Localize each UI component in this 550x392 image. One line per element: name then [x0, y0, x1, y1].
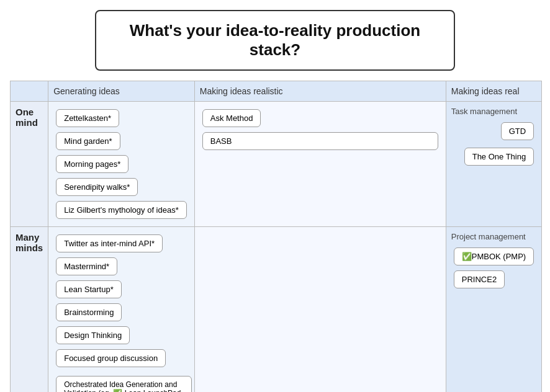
chip-mind-garden: Mind garden*	[56, 132, 120, 150]
chip-serendipity: Serendipity walks*	[56, 178, 138, 196]
chip-ask-method: Ask Method	[202, 109, 261, 127]
cell-one-mind-making: Ask Method BASB	[194, 102, 446, 227]
chip-orchestrated: Orchestrated Idea Generation and Validat…	[56, 376, 192, 392]
cell-many-minds-making: Agile	[194, 227, 446, 393]
chip-twitter: Twitter as inter-mind API*	[56, 234, 163, 252]
col-header-generating: Generating ideas	[48, 81, 195, 102]
cell-many-minds-generating: Twitter as inter-mind API* Mastermind* L…	[48, 227, 195, 393]
chip-gtd: GTD	[501, 122, 534, 140]
col-header-empty	[11, 81, 48, 102]
page-title: What's your idea-to-reality production s…	[111, 21, 439, 60]
chip-brainstorming: Brainstorming	[56, 303, 122, 321]
chip-zettelkasten: Zettelkasten*	[56, 109, 119, 127]
row-many-minds: Many minds Twitter as inter-mind API* Ma…	[11, 227, 542, 393]
task-management-label: Task management	[451, 107, 536, 116]
chip-design-thinking: Design Thinking	[56, 326, 130, 344]
project-management-label: Project management	[451, 232, 536, 241]
cell-one-mind-generating: Zettelkasten* Mind garden* Morning pages…	[48, 102, 195, 227]
chip-morning-pages: Morning pages*	[56, 155, 128, 173]
chip-the-one-thing: The One Thing	[464, 148, 534, 166]
cell-one-mind-real: Task management GTD The One Thing	[446, 102, 541, 227]
col-header-making-realistic: Making ideas realistic	[194, 81, 446, 102]
chip-prince2: PRINCE2	[454, 270, 505, 288]
chip-basb: BASB	[202, 132, 438, 150]
title-box: What's your idea-to-reality production s…	[10, 10, 540, 71]
chip-lean-startup: Lean Startup*	[56, 280, 122, 298]
cell-many-minds-real: Project management ✅PMBOK (PMP) PRINCE2	[446, 227, 541, 393]
main-table: Generating ideas Making ideas realistic …	[10, 81, 542, 392]
chip-mastermind: Mastermind*	[56, 257, 117, 275]
row-label-one-mind: One mind	[11, 102, 48, 227]
col-header-making-real: Making ideas real	[446, 81, 541, 102]
row-label-many-minds: Many minds	[11, 227, 48, 393]
chip-focused-group: Focused group discussion	[56, 349, 166, 367]
row-one-mind: One mind Zettelkasten* Mind garden* Morn…	[11, 102, 542, 227]
chip-pmbok: ✅PMBOK (PMP)	[454, 247, 534, 265]
chip-liz-gilbert: Liz Gilbert's mythology of ideas*	[56, 201, 187, 219]
